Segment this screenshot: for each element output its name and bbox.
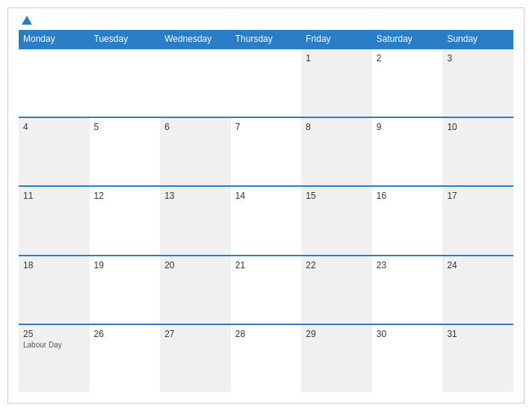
day-header-saturday: Saturday — [372, 30, 443, 48]
day-cell: 13 — [160, 187, 231, 254]
day-number: 24 — [447, 260, 509, 271]
day-cell: 14 — [231, 187, 302, 254]
day-cell: 11 — [19, 187, 90, 254]
day-number: 22 — [306, 260, 368, 271]
logo-blue-text — [19, 16, 32, 25]
day-number: 2 — [377, 53, 439, 64]
week-row-1: 45678910 — [19, 117, 513, 185]
day-number: 8 — [306, 122, 368, 132]
day-number: 17 — [447, 191, 509, 201]
day-number: 30 — [377, 329, 439, 339]
day-number: 26 — [94, 329, 156, 339]
week-row-0: 123 — [19, 48, 513, 117]
day-cell: 8 — [301, 118, 372, 185]
calendar-grid: MondayTuesdayWednesdayThursdayFridaySatu… — [19, 30, 513, 392]
week-row-2: 11121314151617 — [19, 185, 513, 254]
day-cell: 6 — [160, 118, 231, 185]
day-cell: 18 — [19, 256, 90, 324]
day-cell: 19 — [90, 256, 161, 324]
day-header-wednesday: Wednesday — [160, 30, 231, 48]
day-cell: 7 — [231, 118, 302, 185]
day-cell: 4 — [19, 118, 90, 185]
day-cell: 23 — [372, 256, 443, 324]
day-cell — [90, 49, 161, 117]
day-number: 3 — [447, 53, 509, 64]
day-cell: 16 — [372, 187, 443, 254]
day-cell: 9 — [372, 118, 443, 185]
day-cell: 24 — [442, 256, 513, 324]
calendar-header — [19, 16, 513, 25]
logo-triangle-icon — [22, 16, 32, 25]
day-number: 5 — [94, 122, 156, 132]
day-number: 4 — [23, 122, 85, 132]
day-cell: 31 — [442, 325, 513, 392]
weeks-container: 1234567891011121314151617181920212223242… — [19, 48, 513, 392]
day-number: 1 — [306, 53, 368, 64]
day-number: 12 — [94, 191, 156, 201]
logo — [19, 16, 32, 25]
day-number: 20 — [164, 260, 226, 271]
day-header-monday: Monday — [19, 30, 90, 48]
day-number: 11 — [23, 191, 85, 201]
day-cell: 20 — [160, 256, 231, 324]
day-cell: 22 — [301, 256, 372, 324]
day-number: 27 — [164, 329, 226, 339]
day-cell — [160, 49, 231, 117]
day-number: 21 — [235, 260, 297, 271]
day-number: 14 — [235, 191, 297, 201]
day-number: 18 — [23, 260, 85, 271]
day-cell: 28 — [231, 325, 302, 392]
day-header-friday: Friday — [301, 30, 372, 48]
week-row-4: 25Labour Day262728293031 — [19, 324, 513, 392]
day-cell: 21 — [231, 256, 302, 324]
day-cell: 17 — [442, 187, 513, 254]
day-cell: 29 — [301, 325, 372, 392]
empty-cell — [19, 49, 90, 117]
day-cell: 27 — [160, 325, 231, 392]
week-row-3: 18192021222324 — [19, 255, 513, 324]
day-number: 15 — [306, 191, 368, 201]
day-header-tuesday: Tuesday — [90, 30, 161, 48]
day-cell: 2 — [372, 49, 443, 117]
day-header-sunday: Sunday — [442, 30, 513, 48]
day-cell: 30 — [372, 325, 443, 392]
holiday-label: Labour Day — [23, 341, 85, 349]
day-cell: 10 — [442, 118, 513, 185]
day-cell: 15 — [301, 187, 372, 254]
day-header-thursday: Thursday — [231, 30, 302, 48]
day-cell: 26 — [90, 325, 161, 392]
day-cell: 3 — [442, 49, 513, 117]
day-cell: 5 — [90, 118, 161, 185]
day-number: 13 — [164, 191, 226, 201]
day-number: 7 — [235, 122, 297, 132]
day-number: 6 — [164, 122, 226, 132]
day-number: 23 — [377, 260, 439, 271]
day-number: 31 — [447, 329, 509, 339]
day-number: 10 — [447, 122, 509, 132]
day-number: 19 — [94, 260, 156, 271]
day-cell: 12 — [90, 187, 161, 254]
day-number: 29 — [306, 329, 368, 339]
day-cell: 1 — [301, 49, 372, 117]
day-number: 16 — [377, 191, 439, 201]
day-headers-row: MondayTuesdayWednesdayThursdayFridaySatu… — [19, 30, 513, 48]
day-number: 25 — [23, 329, 85, 339]
day-number: 9 — [377, 122, 439, 132]
day-cell — [231, 49, 302, 117]
day-number: 28 — [235, 329, 297, 339]
calendar-container: MondayTuesdayWednesdayThursdayFridaySatu… — [7, 7, 525, 404]
day-cell: 25Labour Day — [19, 325, 90, 392]
